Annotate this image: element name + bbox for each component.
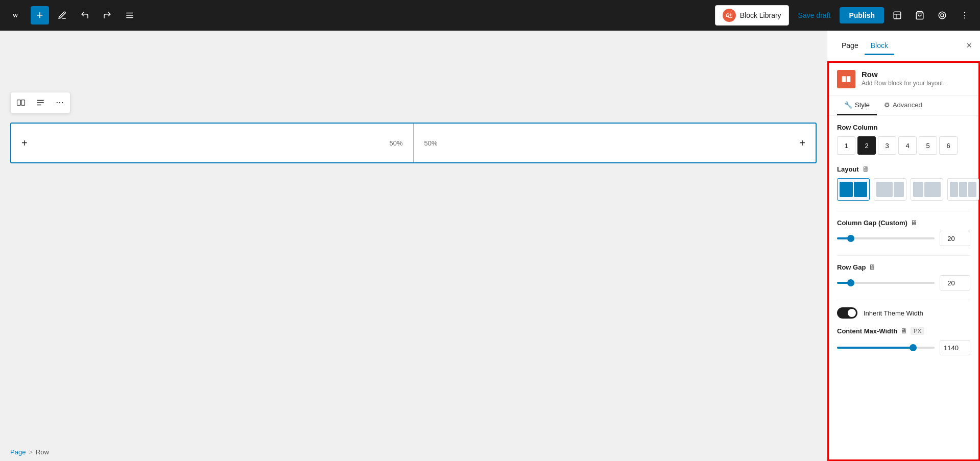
column-1[interactable]: + 50% (11, 124, 414, 162)
row-gap-label: Row Gap (837, 263, 866, 271)
row-column-label: Row Column (837, 124, 970, 131)
divider-3 (837, 300, 970, 300)
column-gap-slider-row (837, 231, 970, 246)
breadcrumb-current: Row (36, 448, 49, 456)
col1-label: 50% (389, 139, 402, 147)
block-desc: Add Row block for your layout. (862, 80, 945, 87)
breadcrumb-separator: > (29, 448, 33, 456)
row-gap-thumb[interactable] (847, 279, 854, 286)
col1-add-icon[interactable]: + (21, 137, 28, 149)
gear-icon: ⚙ (884, 101, 890, 109)
row-gap-track[interactable] (837, 282, 935, 284)
block-library-icon: 🛍 (723, 9, 736, 22)
layout-button[interactable] (888, 6, 906, 25)
wp-logo[interactable]: W (6, 6, 25, 25)
block-library-button[interactable]: 🛍 Block Library (715, 5, 789, 26)
col-buttons: 1 2 3 4 5 6 (837, 136, 970, 155)
col2-label: 50% (424, 139, 438, 147)
save-draft-button[interactable]: Save draft (793, 8, 836, 22)
layout-option-three[interactable] (947, 178, 979, 201)
add-block-button[interactable]: + (31, 6, 49, 25)
tab-block[interactable]: Block (865, 37, 894, 55)
svg-point-13 (964, 17, 965, 18)
svg-point-21 (62, 102, 63, 103)
editor-area: + 50% 50% + Page > Row (0, 31, 827, 461)
layout-options (837, 178, 970, 201)
content-maxwidth-input[interactable] (940, 340, 970, 355)
wrench-icon: 🔧 (844, 101, 852, 109)
content-maxwidth-label: Content Max-Width (837, 327, 897, 335)
block-title: Row (862, 70, 945, 79)
sidebar-close-button[interactable]: × (966, 40, 972, 51)
more-options-button[interactable] (955, 6, 974, 25)
topbar: W + 🛍 Block Library Save draft Publish (0, 0, 980, 31)
svg-point-9 (939, 12, 946, 19)
tab-style[interactable]: 🔧 Style (837, 96, 877, 115)
inherit-theme-width-label: Inherit Theme Width (864, 309, 923, 317)
sidebar-panel: Row Add Row block for your layout. 🔧 Sty… (827, 61, 980, 461)
px-badge: PX (911, 327, 924, 335)
column-gap-track[interactable] (837, 237, 935, 239)
inherit-theme-width-toggle[interactable] (837, 307, 857, 319)
screen-icon-row-gap: 🖥 (869, 263, 876, 271)
svg-rect-15 (21, 100, 25, 106)
col-btn-4[interactable]: 4 (898, 136, 917, 155)
divider-1 (837, 211, 970, 211)
tools-button[interactable] (53, 6, 71, 25)
more-block-options[interactable] (51, 93, 69, 112)
content-maxwidth-fill (837, 347, 913, 349)
svg-rect-23 (847, 76, 851, 82)
col-btn-2[interactable]: 2 (857, 136, 876, 155)
column-2[interactable]: 50% + (414, 124, 816, 162)
layout-label: Layout (837, 165, 859, 173)
row-block[interactable]: + 50% 50% + (10, 123, 817, 163)
block-toolbar (10, 92, 70, 113)
column-gap-label: Column Gap (Custom) (837, 219, 907, 227)
col-btn-6[interactable]: 6 (939, 136, 958, 155)
list-view-button[interactable] (121, 6, 139, 25)
column-gap-thumb[interactable] (847, 235, 854, 242)
layout-option-equal[interactable] (837, 178, 870, 201)
col-btn-5[interactable]: 5 (919, 136, 937, 155)
layout-option-left-wide[interactable] (874, 178, 906, 201)
breadcrumb-page[interactable]: Page (10, 448, 26, 456)
col-btn-3[interactable]: 3 (878, 136, 896, 155)
svg-point-11 (964, 12, 965, 13)
tab-advanced[interactable]: ⚙ Advanced (877, 96, 929, 115)
row-gap-input[interactable] (940, 275, 970, 290)
svg-point-20 (59, 102, 60, 103)
layout-option-right-wide[interactable] (911, 178, 943, 201)
svg-rect-5 (894, 12, 901, 19)
svg-point-12 (964, 15, 965, 16)
sidebar-header: Page Block × (827, 31, 980, 61)
panel-content: Row Column 1 2 3 4 5 6 Layout 🖥 (829, 115, 978, 363)
block-library-label: Block Library (740, 11, 781, 19)
row-layout-button[interactable] (12, 93, 30, 112)
content-maxwidth-label-row: Content Max-Width 🖥 PX (837, 327, 970, 335)
main-layout: + 50% 50% + Page > Row Page Block × (0, 31, 980, 461)
breadcrumb: Page > Row (10, 448, 49, 456)
sidebar: Page Block × Row Add Row block for your … (827, 31, 980, 461)
block-info: Row Add Row block for your layout. (829, 63, 978, 96)
circle-button[interactable] (933, 6, 951, 25)
publish-button[interactable]: Publish (840, 7, 884, 23)
screen-icon-col-gap: 🖥 (911, 219, 918, 227)
toggle-knob (848, 309, 856, 317)
content-maxwidth-slider-row (837, 340, 970, 355)
content-maxwidth-thumb[interactable] (910, 344, 917, 351)
row-block-icon (837, 70, 855, 88)
col2-add-icon[interactable]: + (799, 137, 805, 149)
align-button[interactable] (31, 93, 50, 112)
svg-point-19 (57, 102, 58, 103)
column-gap-input[interactable] (940, 231, 970, 246)
svg-rect-22 (842, 76, 846, 82)
store-button[interactable] (911, 6, 929, 25)
undo-button[interactable] (76, 6, 94, 25)
tab-page[interactable]: Page (835, 37, 865, 55)
redo-button[interactable] (98, 6, 116, 25)
col-btn-1[interactable]: 1 (837, 136, 855, 155)
svg-rect-14 (17, 100, 21, 106)
screen-icon-maxwidth: 🖥 (900, 327, 907, 335)
content-maxwidth-track[interactable] (837, 347, 935, 349)
row-gap-slider-row (837, 275, 970, 290)
